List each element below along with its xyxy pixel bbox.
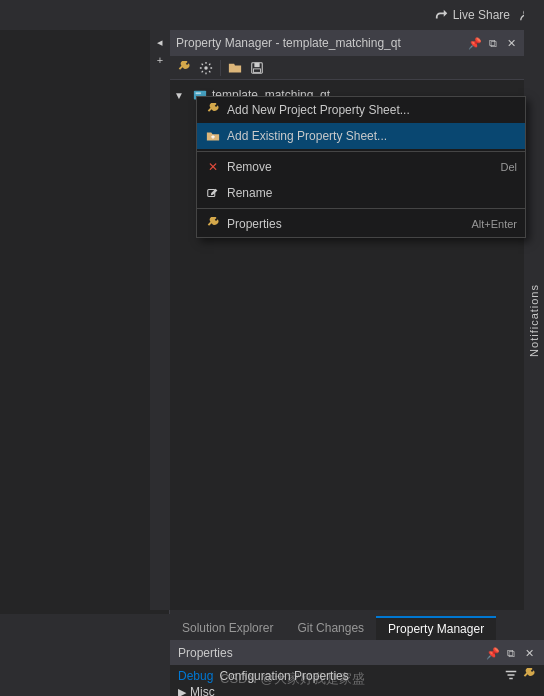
- ctx-add-new-icon: [205, 102, 221, 118]
- save-tool-button[interactable]: [247, 58, 267, 78]
- props-title-buttons: 📌 ⧉ ✕: [486, 647, 536, 660]
- props-title-bar: Properties 📌 ⧉ ✕: [170, 641, 544, 665]
- ctx-properties-shortcut: Alt+Enter: [471, 218, 517, 230]
- ctx-properties-label: Properties: [227, 217, 282, 231]
- props-wrench-icon[interactable]: [522, 668, 536, 685]
- bottom-tabs: Solution Explorer Git Changes Property M…: [0, 614, 544, 640]
- pm-toolbar: [170, 56, 524, 80]
- props-title-label: Properties: [178, 646, 233, 660]
- props-pin-button[interactable]: 📌: [486, 647, 500, 660]
- ctx-remove-label: Remove: [227, 160, 272, 174]
- props-tools: [504, 668, 536, 685]
- folder-tool-button[interactable]: [225, 58, 245, 78]
- ctx-rename-label: Rename: [227, 186, 272, 200]
- ctx-separator-1: [197, 151, 525, 152]
- pm-title-bar: Property Manager - template_matching_qt …: [170, 30, 524, 56]
- ctx-properties-icon: [205, 216, 221, 232]
- svg-rect-6: [196, 92, 201, 94]
- watermark: CSDN @大家好我是家盛: [220, 670, 365, 688]
- tab-git-label: Git Changes: [297, 621, 364, 635]
- ctx-add-new-label: Add New Project Property Sheet...: [227, 103, 410, 117]
- props-close-button[interactable]: ✕: [522, 647, 536, 660]
- tab-property-manager[interactable]: Property Manager: [376, 616, 496, 640]
- live-share-icon: [435, 8, 449, 22]
- tab-git-changes[interactable]: Git Changes: [285, 616, 376, 640]
- collapse-button[interactable]: ◂: [152, 34, 168, 50]
- notifications-label: Notifications: [528, 284, 540, 357]
- ctx-add-existing-icon: [205, 128, 221, 144]
- context-menu: Add New Project Property Sheet... Add Ex…: [196, 96, 526, 238]
- ctx-add-new[interactable]: Add New Project Property Sheet...: [197, 97, 525, 123]
- ctx-separator-2: [197, 208, 525, 209]
- root-expand-icon: ▼: [174, 90, 188, 101]
- top-bar: Live Share: [0, 0, 544, 30]
- ctx-rename[interactable]: Rename: [197, 180, 525, 206]
- watermark-text: CSDN @大家好我是家盛: [220, 671, 365, 686]
- props-misc-label: ▶: [178, 686, 186, 697]
- tab-solution-explorer[interactable]: Solution Explorer: [170, 616, 285, 640]
- ctx-remove[interactable]: ✕ Remove Del: [197, 154, 525, 180]
- ctx-remove-shortcut: Del: [500, 161, 517, 173]
- settings-tool-button[interactable]: [196, 58, 216, 78]
- tab-solution-label: Solution Explorer: [182, 621, 273, 635]
- svg-rect-3: [254, 62, 259, 66]
- pm-title-label: Property Manager - template_matching_qt: [176, 36, 401, 50]
- pm-close-button[interactable]: ✕: [504, 37, 518, 50]
- props-debug-label: Debug: [178, 669, 213, 683]
- notifications-sidebar[interactable]: Notifications: [524, 0, 544, 640]
- svg-point-1: [204, 66, 208, 70]
- ctx-add-existing-left: Add Existing Property Sheet...: [205, 128, 387, 144]
- props-sort-icon[interactable]: [504, 668, 518, 685]
- ctx-add-existing[interactable]: Add Existing Property Sheet...: [197, 123, 525, 149]
- svg-rect-4: [254, 68, 261, 72]
- props-undock-button[interactable]: ⧉: [504, 647, 518, 660]
- pm-title-icons: 📌 ⧉ ✕: [468, 37, 518, 50]
- live-share-label: Live Share: [453, 8, 510, 22]
- pm-title-left: Property Manager - template_matching_qt: [176, 36, 401, 50]
- ctx-remove-icon: ✕: [205, 159, 221, 175]
- props-misc-row: ▶ Misc: [170, 687, 544, 696]
- tab-property-label: Property Manager: [388, 622, 484, 636]
- pm-undock-button[interactable]: ⧉: [486, 37, 500, 50]
- wrench-tool-button[interactable]: [174, 58, 194, 78]
- ctx-rename-left: Rename: [205, 185, 272, 201]
- ctx-properties-left: Properties: [205, 216, 282, 232]
- ctx-remove-left: ✕ Remove: [205, 159, 272, 175]
- pm-pin-button[interactable]: 📌: [468, 37, 482, 50]
- ctx-add-new-left: Add New Project Property Sheet...: [205, 102, 410, 118]
- ctx-rename-icon: [205, 185, 221, 201]
- live-share-button[interactable]: Live Share: [435, 8, 510, 22]
- left-panel: [0, 30, 170, 640]
- props-misc-text: Misc: [190, 685, 215, 696]
- ctx-properties[interactable]: Properties Alt+Enter: [197, 211, 525, 237]
- toolbar-separator-1: [220, 60, 221, 76]
- left-toolbar: ◂ +: [150, 30, 170, 610]
- add-button[interactable]: +: [152, 52, 168, 68]
- ctx-add-existing-label: Add Existing Property Sheet...: [227, 129, 387, 143]
